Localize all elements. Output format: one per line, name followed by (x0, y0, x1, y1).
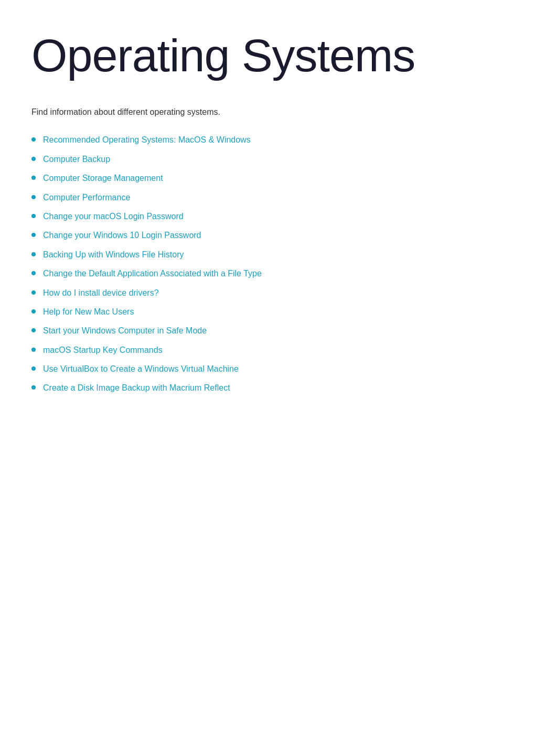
bullet-icon (31, 214, 36, 218)
list-item: Recommended Operating Systems: MacOS & W… (31, 134, 504, 146)
article-link-11[interactable]: Start your Windows Computer in Safe Mode (43, 325, 207, 337)
bullet-icon (31, 176, 36, 180)
article-link-6[interactable]: Change your Windows 10 Login Password (43, 230, 201, 241)
article-link-8[interactable]: Change the Default Application Associate… (43, 268, 262, 279)
article-link-1[interactable]: Recommended Operating Systems: MacOS & W… (43, 134, 251, 146)
list-item: Computer Performance (31, 192, 504, 203)
bullet-icon (31, 290, 36, 295)
list-item: Create a Disk Image Backup with Macrium … (31, 382, 504, 394)
article-link-12[interactable]: macOS Startup Key Commands (43, 344, 163, 356)
article-link-5[interactable]: Change your macOS Login Password (43, 211, 184, 222)
list-item: Change your Windows 10 Login Password (31, 230, 504, 241)
article-link-2[interactable]: Computer Backup (43, 154, 110, 165)
bullet-icon (31, 195, 36, 199)
bullet-icon (31, 137, 36, 142)
list-item: Help for New Mac Users (31, 306, 504, 318)
bullet-icon (31, 309, 36, 314)
article-link-10[interactable]: Help for New Mac Users (43, 306, 134, 318)
list-item: Start your Windows Computer in Safe Mode (31, 325, 504, 337)
article-link-3[interactable]: Computer Storage Management (43, 172, 163, 184)
bullet-icon (31, 252, 36, 256)
article-link-list: Recommended Operating Systems: MacOS & W… (31, 134, 504, 394)
page-title: Operating Systems (31, 31, 504, 80)
list-item: Backing Up with Windows File History (31, 249, 504, 261)
page-description: Find information about different operati… (31, 106, 504, 118)
bullet-icon (31, 348, 36, 352)
list-item: Computer Storage Management (31, 172, 504, 184)
article-link-13[interactable]: Use VirtualBox to Create a Windows Virtu… (43, 363, 239, 375)
bullet-icon (31, 157, 36, 161)
article-link-14[interactable]: Create a Disk Image Backup with Macrium … (43, 382, 230, 394)
bullet-icon (31, 233, 36, 237)
bullet-icon (31, 328, 36, 332)
bullet-icon (31, 366, 36, 371)
bullet-icon (31, 385, 36, 390)
list-item: Change the Default Application Associate… (31, 268, 504, 279)
list-item: Computer Backup (31, 154, 504, 165)
list-item: How do I install device drivers? (31, 287, 504, 299)
bullet-icon (31, 271, 36, 275)
list-item: Use VirtualBox to Create a Windows Virtu… (31, 363, 504, 375)
list-item: Change your macOS Login Password (31, 211, 504, 222)
article-link-9[interactable]: How do I install device drivers? (43, 287, 159, 299)
list-item: macOS Startup Key Commands (31, 344, 504, 356)
article-link-7[interactable]: Backing Up with Windows File History (43, 249, 184, 261)
article-link-4[interactable]: Computer Performance (43, 192, 130, 203)
